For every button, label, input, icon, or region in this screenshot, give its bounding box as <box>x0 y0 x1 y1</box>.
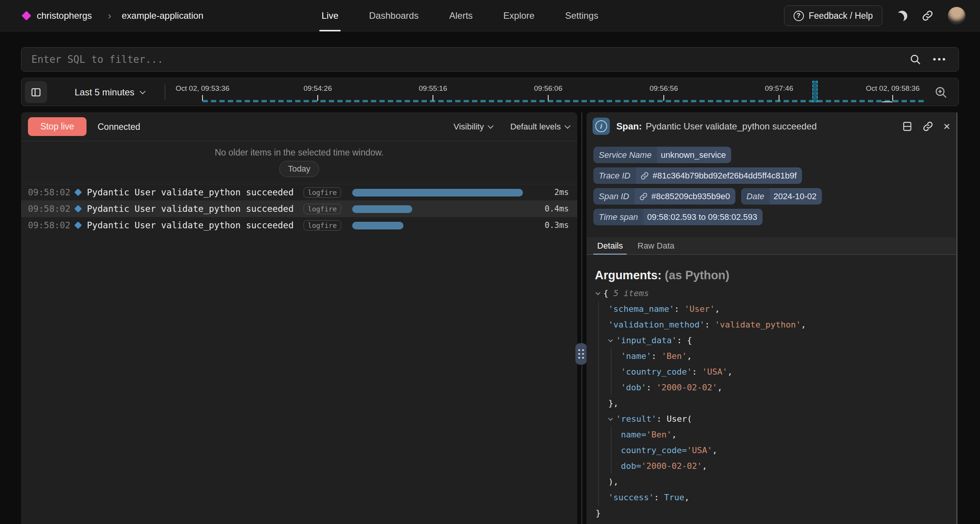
sql-filter-input[interactable] <box>21 47 909 71</box>
code-line: country_code='USA', <box>596 442 806 458</box>
panel-resize-handle[interactable] <box>575 343 587 365</box>
badge-time-span[interactable]: Time span09:58:02.593 to 09:58:02.593 <box>593 209 763 225</box>
code-token-punct: : <box>705 320 715 329</box>
code-line: }, <box>596 395 806 411</box>
code-line: 'dob': '2000-02-02', <box>596 380 806 395</box>
theme-moon-icon[interactable] <box>897 11 907 21</box>
visibility-label: Visibility <box>454 122 484 132</box>
chevron-down-icon <box>488 123 494 129</box>
timeline-tick-mark <box>779 95 779 101</box>
collapse-caret-icon[interactable] <box>608 339 616 342</box>
code-token-punct: , <box>671 430 676 439</box>
stop-live-button[interactable]: Stop live <box>28 117 87 136</box>
code-token-key: 'input_data' <box>616 336 677 345</box>
collapse-caret-icon[interactable] <box>596 291 603 295</box>
trace-row-duration-bar <box>352 222 403 229</box>
code-token-key: 'dob' <box>621 383 646 392</box>
code-token-punct: , <box>717 383 722 392</box>
code-token-punct: , <box>715 304 720 314</box>
more-options-icon[interactable]: ••• <box>933 54 947 65</box>
feedback-help-button[interactable]: ? Feedback / Help <box>784 5 882 26</box>
badge-row: Span ID#8c85209cb935b9e0Date2024-10-02 <box>593 188 822 205</box>
code-token-bool: True <box>664 493 684 502</box>
indent-guide <box>598 364 608 380</box>
code-line: dob='2000-02-02', <box>596 458 806 474</box>
breadcrumb-separator-icon: › <box>108 0 111 31</box>
indent-guide <box>611 458 621 474</box>
collapse-caret-icon[interactable] <box>608 417 616 421</box>
indent-guide <box>598 348 608 364</box>
badge-value: 09:58:02.593 to 09:58:02.593 <box>644 212 763 222</box>
trace-row-timestamp: 09:58:02 <box>28 204 75 214</box>
indent-guide <box>598 474 608 490</box>
trace-row-duration-label: 2ms <box>554 188 569 197</box>
breadcrumb-org[interactable]: christophergs <box>37 0 92 31</box>
code-token-key: country_code= <box>621 445 687 455</box>
search-icon[interactable] <box>909 53 921 66</box>
user-avatar[interactable] <box>948 7 965 25</box>
code-token-punct: : <box>657 414 667 424</box>
timeline-axis[interactable]: Oct 02, 09:53:3609:54:2609:55:1609:56:06… <box>21 78 959 106</box>
sql-filter-bar: ••• <box>21 47 959 72</box>
badge-label: Time span <box>593 209 644 225</box>
visibility-dropdown[interactable]: Visibility <box>454 122 493 132</box>
indent-guide <box>598 395 608 411</box>
badge-label: Span ID <box>593 188 635 205</box>
span-diamond-icon <box>74 205 82 213</box>
code-token-key: 'validation_method' <box>608 320 705 329</box>
code-token-str: '2000-02-02' <box>641 461 702 471</box>
badge-span-id[interactable]: Span ID#8c85209cb935b9e0 <box>593 188 735 205</box>
badge-value: #8c85209cb935b9e0 <box>648 192 736 201</box>
trace-row-duration-label: 0.3ms <box>545 221 569 230</box>
today-button[interactable]: Today <box>279 161 319 177</box>
badge-label: Trace ID <box>593 167 636 184</box>
active-tab-underline <box>319 30 341 31</box>
close-icon[interactable]: × <box>943 121 950 132</box>
question-circle-icon: ? <box>794 11 804 21</box>
trace-row[interactable]: 09:58:02Pydantic User validate_python su… <box>21 184 577 200</box>
badge-service-name[interactable]: Service Nameunknown_service <box>593 147 731 163</box>
timeline-tick-mark <box>663 95 664 101</box>
badge-date[interactable]: Date2024-10-02 <box>741 188 822 205</box>
live-panel-header: Stop live Connected Visibility Default l… <box>21 112 577 141</box>
code-line: 'name': 'Ben', <box>596 348 806 364</box>
detail-scrollbar[interactable] <box>956 112 957 524</box>
nav-tab-settings[interactable]: Settings <box>565 0 598 31</box>
trace-row[interactable]: 09:58:02Pydantic User validate_python su… <box>21 217 577 233</box>
badge-trace-id[interactable]: Trace ID#81c364b79bbd92ef26b4dd5ff4c81b9… <box>593 167 802 184</box>
indent-guide <box>598 458 608 474</box>
span-detail-header: i Span: Pydantic User validate_python su… <box>586 112 958 141</box>
code-token-key: 'result' <box>616 414 657 424</box>
badge-row: Time span09:58:02.593 to 09:58:02.593 <box>593 209 822 225</box>
badge-row: Trace ID#81c364b79bbd92ef26b4dd5ff4c81b9… <box>593 167 822 184</box>
detail-tab-details[interactable]: Details <box>597 237 623 255</box>
indent-guide <box>611 348 621 364</box>
code-token-punct: }, <box>608 398 619 408</box>
indent-guide <box>598 490 608 505</box>
nav-tab-live[interactable]: Live <box>322 0 338 31</box>
nav-tab-explore[interactable]: Explore <box>503 0 534 31</box>
copy-link-icon[interactable] <box>923 121 933 132</box>
code-token-punct: , <box>687 351 692 361</box>
nav-tab-alerts[interactable]: Alerts <box>449 0 472 31</box>
logfire-logo-icon[interactable] <box>21 11 31 20</box>
breadcrumb-project[interactable]: example-application <box>122 0 203 31</box>
detail-tab-raw-data[interactable]: Raw Data <box>637 237 675 255</box>
span-diamond-icon <box>74 221 82 229</box>
zoom-in-icon[interactable] <box>934 85 948 99</box>
code-token-key: 'name' <box>621 351 651 361</box>
code-token-punct: : <box>692 367 702 377</box>
nav-tab-dashboards[interactable]: Dashboards <box>369 0 418 31</box>
default-levels-dropdown[interactable]: Default levels <box>510 122 570 132</box>
badge-value: #81c364b79bbd92ef26b4dd5ff4c81b9f <box>649 171 802 181</box>
detail-tabs: DetailsRaw Data <box>586 237 957 255</box>
trace-row-bar-track <box>352 201 412 217</box>
share-link-icon[interactable] <box>922 10 933 21</box>
arguments-label: Arguments: <box>595 269 662 282</box>
trace-row[interactable]: 09:58:02Pydantic User validate_python su… <box>21 200 577 217</box>
code-token-punct: , <box>727 367 732 377</box>
code-line: 'input_data': { <box>596 332 806 348</box>
split-rows-icon[interactable] <box>902 121 913 132</box>
code-token-punct: User( <box>666 414 692 424</box>
trace-row-tag: logfire <box>304 187 341 198</box>
